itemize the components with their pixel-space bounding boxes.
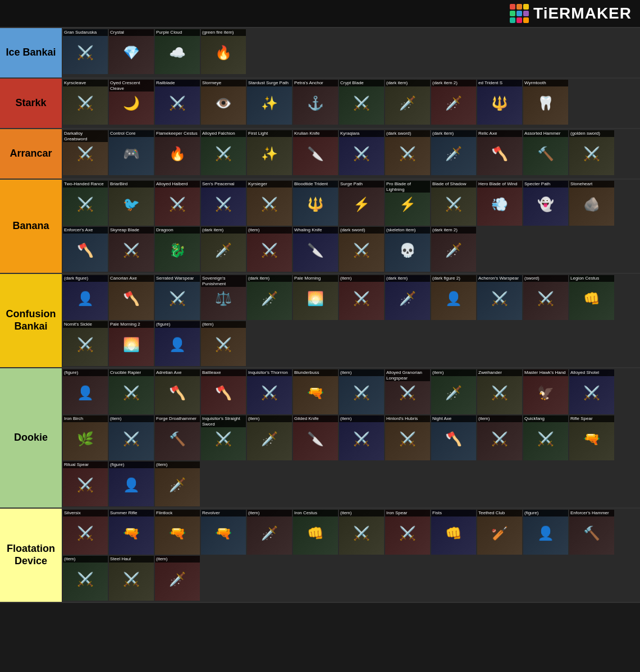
list-item[interactable]: (dark item 2)🗡️ [431,80,476,125]
list-item[interactable]: ed Trident S🔱 [477,80,522,125]
list-item[interactable]: Assorted Hammer🔨 [523,130,568,175]
list-item[interactable]: Stormeye👁️ [201,80,246,125]
list-item[interactable]: Night Axe🪓 [431,415,476,460]
list-item[interactable]: Wyrmtooth🦷 [523,80,568,125]
list-item[interactable]: (item)⚔️ [247,227,292,272]
list-item[interactable]: Fists👊 [431,510,476,555]
list-item[interactable]: (item)⚔️ [339,369,384,414]
list-item[interactable]: (sword)⚔️ [523,275,568,320]
list-item[interactable]: (item)⚔️ [201,321,246,366]
list-item[interactable]: Alloyed Granorian Longspear⚔️ [385,369,430,414]
list-item[interactable]: Purple Cloud☁️ [155,29,200,74]
list-item[interactable]: (dark item)🗡️ [201,227,246,272]
list-item[interactable]: Canorian Axe🪓 [109,275,154,320]
list-item[interactable]: Flintlock🔫 [155,510,200,555]
list-item[interactable]: Pale Morning🌅 [293,275,338,320]
list-item[interactable]: Blade of Shadow⚔️ [431,181,476,226]
list-item[interactable]: Control Core🎮 [109,130,154,175]
list-item[interactable]: Iron Birch🌿 [63,415,108,460]
list-item[interactable]: BriarBird🐦 [109,181,154,226]
list-item[interactable]: Crucible Rapier⚔️ [109,369,154,414]
list-item[interactable]: (item)⚔️ [109,415,154,460]
list-item[interactable]: Steel Haul⚔️ [109,556,154,601]
list-item[interactable]: Kyraqiara⚔️ [339,130,384,175]
list-item[interactable]: First Light✨ [247,130,292,175]
list-item[interactable]: Gran Sudaruska⚔️ [63,29,108,74]
list-item[interactable]: Summer Rifle🔫 [109,510,154,555]
list-item[interactable]: Forge Droathammer🔨 [155,415,200,460]
list-item[interactable]: Flamekeeper Cestus🔥 [155,130,200,175]
list-item[interactable]: Ritual Spear⚔️ [63,461,108,506]
list-item[interactable]: Inquisitor's Straight Sword⚔️ [201,415,246,460]
list-item[interactable]: Relic Axe🪓 [477,130,522,175]
list-item[interactable]: Hero Blade of Wind💨 [477,181,522,226]
list-item[interactable]: (figure)👤 [109,461,154,506]
list-item[interactable]: (item)⚔️ [339,510,384,555]
list-item[interactable]: Quickfang⚔️ [523,415,568,460]
list-item[interactable]: Hinlord's Hubris⚔️ [385,415,430,460]
list-item[interactable]: Crypt Blade⚔️ [339,80,384,125]
list-item[interactable]: Kyrsieger⚔️ [247,181,292,226]
list-item[interactable]: (dark item 2)🗡️ [431,227,476,272]
list-item[interactable]: Adretian Axe🪓 [155,369,200,414]
list-item[interactable]: Blunderbuss🔫 [293,369,338,414]
list-item[interactable]: (item)⚔️ [63,556,108,601]
list-item[interactable]: (figure)👤 [155,321,200,366]
list-item[interactable]: (skeleton item)💀 [385,227,430,272]
list-item[interactable]: Specter Path👻 [523,181,568,226]
list-item[interactable]: Alloyed Falchion⚔️ [201,130,246,175]
list-item[interactable]: (golden sword)⚔️ [569,130,614,175]
list-item[interactable]: Pale Morning 2🌅 [109,321,154,366]
list-item[interactable]: (figure)👤 [523,510,568,555]
list-item[interactable]: (item)🗡️ [431,369,476,414]
list-item[interactable]: (item)⚔️ [339,415,384,460]
list-item[interactable]: (dark sword)⚔️ [385,130,430,175]
list-item[interactable]: Two-Handed Rance⚔️ [63,181,108,226]
list-item[interactable]: Iron Cestus👊 [293,510,338,555]
list-item[interactable]: (item)🗡️ [155,461,200,506]
list-item[interactable]: Iron Spear⚔️ [385,510,430,555]
list-item[interactable]: Battleaxe🪓 [201,369,246,414]
list-item[interactable]: Revolver🔫 [201,510,246,555]
list-item[interactable]: Serrated Warspear⚔️ [155,275,200,320]
list-item[interactable]: Crystal💎 [109,29,154,74]
list-item[interactable]: Skyreap Blade⚔️ [109,227,154,272]
list-item[interactable]: (item)🗡️ [247,510,292,555]
list-item[interactable]: Acheron's Warspear⚔️ [477,275,522,320]
list-item[interactable]: Krulian Knife🔪 [293,130,338,175]
list-item[interactable]: (dark item)🗡️ [385,275,430,320]
list-item[interactable]: (dark figure 2)👤 [431,275,476,320]
list-item[interactable]: Whaling Knife🔪 [293,227,338,272]
list-item[interactable]: Stoneheart🪨 [569,181,614,226]
list-item[interactable]: (item)🗡️ [155,556,200,601]
list-item[interactable]: Inquisitor's Thorrron⚔️ [247,369,292,414]
list-item[interactable]: Nomit's Sickle⚔️ [63,321,108,366]
list-item[interactable]: (dark item)🗡️ [247,275,292,320]
list-item[interactable]: Enforcer's Hammer🔨 [569,510,614,555]
list-item[interactable]: Kyrscleave⚔️ [63,80,108,125]
list-item[interactable]: (dark item)🗡️ [385,80,430,125]
list-item[interactable]: Legion Cestus👊 [569,275,614,320]
list-item[interactable]: Teethed Club🏏 [477,510,522,555]
list-item[interactable]: (item)⚔️ [477,415,522,460]
list-item[interactable]: (item)⚔️ [339,275,384,320]
list-item[interactable]: Alloyed Halberd⚔️ [155,181,200,226]
list-item[interactable]: Petra's Anchor⚓ [293,80,338,125]
list-item[interactable]: Surge Path⚡ [339,181,384,226]
list-item[interactable]: Gilded Knife🔪 [293,415,338,460]
list-item[interactable]: Master Hawk's Hand🦅 [523,369,568,414]
list-item[interactable]: Enforcer's Axe🪓 [63,227,108,272]
list-item[interactable]: (item)🗡️ [247,415,292,460]
list-item[interactable]: Rifle Spear🔫 [569,415,614,460]
list-item[interactable]: (dark item)🗡️ [431,130,476,175]
list-item[interactable]: (dark figure)👤 [63,275,108,320]
list-item[interactable]: Silversix⚔️ [63,510,108,555]
list-item[interactable]: Railblade⚔️ [155,80,200,125]
list-item[interactable]: Dragoon🐉 [155,227,200,272]
list-item[interactable]: (green fire item)🔥 [201,29,246,74]
list-item[interactable]: (figure)👤 [63,369,108,414]
list-item[interactable]: Sen's Peacemal⚔️ [201,181,246,226]
list-item[interactable]: Alloyed Shotel⚔️ [569,369,614,414]
list-item[interactable]: Sovereign's Punishment⚖️ [201,275,246,320]
list-item[interactable]: Stardust Surge Path✨ [247,80,292,125]
